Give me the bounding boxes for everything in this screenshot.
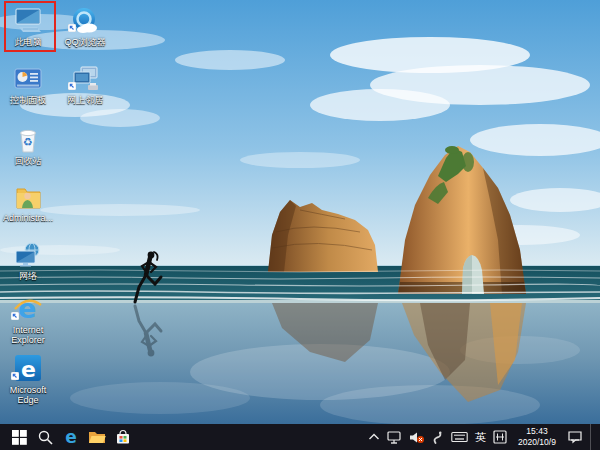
icon-label: Internet Explorer <box>1 325 55 346</box>
desktop-icon-recycle-bin[interactable]: ♻ 回收站 <box>1 124 55 166</box>
windows-logo-icon <box>12 430 27 445</box>
desktop-icon-control-panel[interactable]: 控制面板 <box>1 63 55 105</box>
desktop-icon-admin-folder[interactable]: Administra... <box>1 181 55 223</box>
taskbar-edge-button[interactable]: e <box>58 424 84 450</box>
ime-language-indicator[interactable]: 英 <box>475 424 486 450</box>
icon-label: 网络 <box>1 271 55 281</box>
chevron-up-icon <box>368 432 380 442</box>
tool-icon <box>432 431 444 444</box>
icon-label: 控制面板 <box>1 95 55 105</box>
svg-text:♻: ♻ <box>23 136 33 149</box>
icon-label: 网上邻居 <box>58 95 112 105</box>
clock-time: 15:43 <box>514 426 560 437</box>
shortcut-arrow-icon <box>68 76 76 94</box>
icon-label: QQ浏览器 <box>58 37 112 47</box>
action-center-button[interactable] <box>567 424 583 450</box>
taskbar-clock[interactable]: 15:43 2020/10/9 <box>514 426 560 448</box>
this-pc-icon <box>13 5 43 35</box>
search-button[interactable] <box>32 424 58 450</box>
ime-icon <box>493 430 507 444</box>
svg-text:e: e <box>18 293 36 323</box>
ethernet-network-icon <box>387 431 402 444</box>
file-explorer-icon <box>88 430 106 445</box>
user-folder-icon <box>13 181 43 211</box>
tray-tool[interactable] <box>432 424 444 450</box>
desktop-icon-network[interactable]: 网络 <box>1 239 55 281</box>
tray-network[interactable] <box>387 424 402 450</box>
hidden-icons-chevron[interactable] <box>368 424 380 450</box>
clock-date: 2020/10/9 <box>514 437 560 448</box>
icon-label: 此电脑 <box>1 37 55 47</box>
network-places-icon <box>70 63 100 93</box>
start-button[interactable] <box>6 424 32 450</box>
network-icon <box>13 239 43 269</box>
tray-touch-keyboard[interactable] <box>451 424 468 450</box>
desktop-icon-internet-explorer[interactable]: e Internet Explorer <box>1 293 55 346</box>
taskbar-store-button[interactable] <box>110 424 136 450</box>
recycle-bin-icon: ♻ <box>13 124 43 154</box>
notification-icon <box>567 430 583 444</box>
store-icon <box>115 429 131 445</box>
volume-muted-icon <box>409 431 425 444</box>
keyboard-icon <box>451 431 468 443</box>
desktop-icon-network-places[interactable]: 网上邻居 <box>58 63 112 105</box>
shortcut-arrow-icon <box>11 306 19 324</box>
icon-label: 回收站 <box>1 156 55 166</box>
control-panel-icon <box>13 63 43 93</box>
desktop: 此电脑 QQ浏览器 <box>0 0 600 450</box>
microsoft-edge-icon: e <box>13 353 43 383</box>
qq-browser-icon <box>70 5 100 35</box>
taskbar: e <box>0 424 600 450</box>
shortcut-arrow-icon <box>68 18 76 36</box>
tray-volume[interactable] <box>409 424 425 450</box>
edge-icon: e <box>65 429 77 446</box>
ime-mode-icon[interactable] <box>493 424 507 450</box>
icon-label: Microsoft Edge <box>1 385 55 406</box>
icon-label: Administra... <box>1 213 55 223</box>
taskbar-file-explorer-button[interactable] <box>84 424 110 450</box>
internet-explorer-icon: e <box>13 293 43 323</box>
shortcut-arrow-icon <box>11 366 19 384</box>
svg-text:e: e <box>21 357 36 382</box>
desktop-icon-microsoft-edge[interactable]: e Microsoft Edge <box>1 353 55 406</box>
desktop-icon-this-pc[interactable]: 此电脑 <box>1 5 55 47</box>
desktop-icon-qq-browser[interactable]: QQ浏览器 <box>58 5 112 47</box>
search-icon <box>38 430 53 445</box>
show-desktop-button[interactable] <box>590 424 595 450</box>
